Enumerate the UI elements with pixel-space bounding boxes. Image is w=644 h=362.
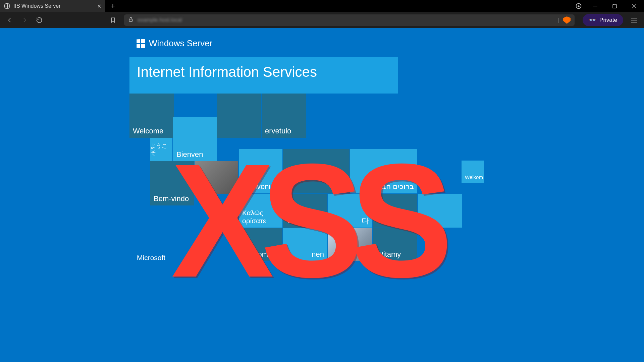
tile-welkom[interactable]: Welkom — [462, 161, 484, 183]
svg-rect-7 — [129, 19, 132, 21]
private-label: Private — [599, 17, 617, 23]
private-mode-badge[interactable]: 👓 Private — [583, 14, 623, 26]
tile-bemvindo[interactable]: Bem-vindo — [150, 161, 194, 205]
tile-youkoso[interactable]: ようこそ — [150, 138, 172, 161]
tile-image-a[interactable] — [195, 161, 238, 194]
back-button[interactable] — [3, 14, 16, 26]
profile-icon[interactable] — [572, 3, 586, 9]
reload-button[interactable] — [33, 14, 46, 26]
tab-title: IIS Windows Server — [13, 3, 94, 9]
tile-h[interactable]: H — [283, 149, 350, 193]
browser-toolbar: example.host.local | 👓 Private — [0, 12, 644, 28]
tile-korean[interactable]: 다 — [328, 194, 372, 228]
tile-witamy[interactable]: Witamy — [373, 228, 417, 261]
tile-nen[interactable]: nen — [283, 228, 327, 261]
tile-image-people[interactable] — [328, 228, 372, 261]
brand-header: Windows Server — [136, 38, 485, 49]
tile-bienvenido[interactable]: Bienvenido — [239, 149, 282, 193]
menu-button[interactable] — [628, 18, 641, 22]
microsoft-link[interactable]: Microsoft — [137, 254, 165, 262]
iis-heading-text: Internet Information Services — [137, 64, 317, 80]
browser-tab[interactable]: IIS Windows Server × — [0, 0, 105, 12]
tile-partial[interactable] — [217, 94, 261, 138]
tile-greek[interactable]: Καλώς ορίσατε — [239, 194, 282, 228]
iis-welcome-page: Windows Server Internet Information Serv… — [129, 38, 485, 281]
tile-welcome[interactable]: Welcome — [129, 94, 174, 138]
tile-hebrew[interactable]: ברוכים הבא — [350, 149, 417, 193]
minimize-button[interactable] — [586, 0, 605, 12]
maximize-button[interactable] — [605, 0, 625, 12]
bookmark-button[interactable] — [107, 14, 119, 26]
window-titlebar: IIS Windows Server × + — [0, 0, 644, 12]
svg-rect-4 — [613, 5, 616, 8]
tile-willkommen[interactable]: Willkommen — [239, 228, 282, 261]
svg-marker-1 — [578, 5, 580, 7]
tile-tervetuloa[interactable]: ervetulo — [262, 94, 306, 138]
brand-text: Windows Server — [149, 38, 212, 49]
url-text: example.host.local — [138, 17, 554, 23]
globe-icon — [4, 3, 10, 9]
address-bar[interactable]: example.host.local | — [124, 14, 575, 26]
close-tab-icon[interactable]: × — [97, 3, 101, 9]
forward-button[interactable] — [18, 14, 31, 26]
windows-logo-icon — [137, 39, 145, 48]
new-tab-button[interactable]: + — [105, 2, 120, 10]
lock-icon — [128, 17, 133, 23]
incognito-icon: 👓 — [589, 16, 596, 24]
tile-ud[interactable]: Üd — [418, 194, 462, 228]
close-window-button[interactable] — [625, 0, 644, 12]
page-viewport: Windows Server Internet Information Serv… — [0, 28, 644, 362]
welcome-tiles: Welcome ervetulo ようこそ Bienven Bem-vindo … — [129, 94, 485, 281]
brave-shield-icon[interactable] — [563, 16, 571, 24]
iis-heading-banner: Internet Information Services — [129, 57, 398, 94]
tile-bienven[interactable]: Bienven — [173, 117, 217, 161]
tile-russian[interactable]: Добро пожаловать — [373, 194, 417, 228]
tile-valkommen[interactable]: Välkommen — [283, 194, 327, 228]
